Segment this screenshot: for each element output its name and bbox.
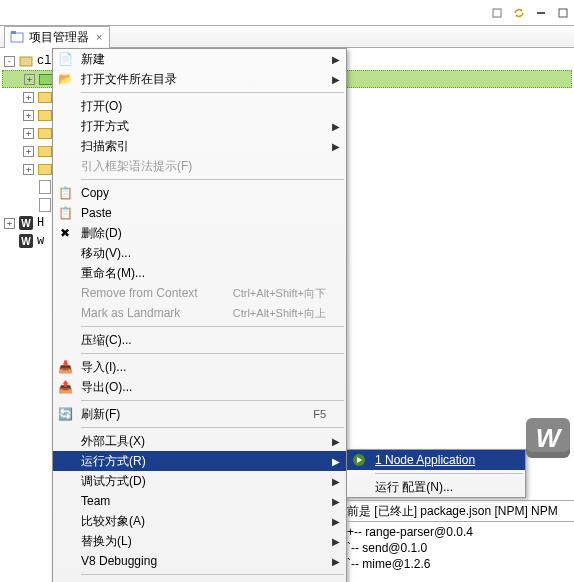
menu-item-refresh[interactable]: 🔄刷新(F)F5 — [53, 404, 346, 424]
folder-icon — [37, 125, 53, 141]
webstorm-logo-icon: W — [526, 418, 570, 458]
explorer-icon — [9, 29, 25, 45]
menu-item-v8-debugging[interactable]: V8 Debugging▶ — [53, 551, 346, 571]
pane-title-label: 项目管理器 — [29, 29, 89, 46]
menu-item-open[interactable]: 打开(O) — [53, 96, 346, 116]
webstorm-icon: W — [18, 233, 34, 249]
menu-separator — [375, 473, 523, 474]
menu-item-copy[interactable]: 📋Copy — [53, 183, 346, 203]
delete-icon: ✖ — [57, 225, 73, 241]
menu-item-run-as[interactable]: 运行方式(R)▶ — [53, 451, 346, 471]
menu-item-move[interactable]: 移动(V)... — [53, 243, 346, 263]
folder-icon — [37, 143, 53, 159]
menu-separator — [81, 400, 344, 401]
svg-rect-2 — [559, 9, 567, 17]
project-icon — [18, 53, 34, 69]
menu-item-team[interactable]: Team▶ — [53, 491, 346, 511]
menu-item-open-folder[interactable]: 📂打开文件所在目录▶ — [53, 69, 346, 89]
pane-tab[interactable]: 项目管理器 × — [4, 26, 110, 48]
pane-title-bar: 项目管理器 × — [0, 26, 574, 48]
expand-icon[interactable]: + — [4, 218, 15, 229]
top-toolbar — [0, 0, 574, 26]
menu-separator — [81, 179, 344, 180]
submenu-arrow-icon: ▶ — [332, 74, 340, 85]
menu-separator — [81, 326, 344, 327]
run-as-submenu: 1 Node Application 运行 配置(N)... — [346, 449, 526, 498]
svg-rect-0 — [493, 9, 501, 17]
console-line: `-- mime@1.2.6 — [347, 556, 574, 572]
submenu-arrow-icon: ▶ — [332, 54, 340, 65]
toolbar-sync-icon[interactable] — [509, 3, 529, 23]
menu-item-delete[interactable]: ✖删除(D) — [53, 223, 346, 243]
folder-icon — [37, 107, 53, 123]
submenu-item-run-config[interactable]: 运行 配置(N)... — [347, 477, 525, 497]
context-menu: 📄新建▶ 📂打开文件所在目录▶ 打开(O) 打开方式▶ 扫描索引▶ 引入框架语法… — [52, 48, 347, 582]
svg-rect-3 — [11, 33, 23, 42]
toolbar-minimize-icon[interactable] — [531, 3, 551, 23]
expand-icon[interactable]: + — [23, 92, 34, 103]
node-run-icon — [351, 452, 367, 468]
import-icon: 📥 — [57, 359, 73, 375]
submenu-arrow-icon: ▶ — [332, 536, 340, 547]
expand-icon[interactable]: + — [23, 146, 34, 157]
submenu-item-node-application[interactable]: 1 Node Application — [347, 450, 525, 470]
expand-icon[interactable]: + — [23, 128, 34, 139]
folder-icon — [37, 161, 53, 177]
menu-item-new[interactable]: 📄新建▶ — [53, 49, 346, 69]
menu-item-import-syntax: 引入框架语法提示(F) — [53, 156, 346, 176]
menu-item-compress[interactable]: 压缩(C)... — [53, 330, 346, 350]
submenu-arrow-icon: ▶ — [332, 141, 340, 152]
menu-separator — [81, 427, 344, 428]
copy-icon: 📋 — [57, 185, 73, 201]
paste-icon: 📋 — [57, 205, 73, 221]
toolbar-button[interactable] — [487, 3, 507, 23]
menu-item-paste[interactable]: 📋Paste — [53, 203, 346, 223]
submenu-node-app-label: 1 Node Application — [375, 453, 475, 467]
menu-item-properties[interactable]: 属性(R)Alt+Enter — [53, 578, 346, 582]
menu-item-export[interactable]: 📤导出(O)... — [53, 377, 346, 397]
menu-item-scan-index[interactable]: 扫描索引▶ — [53, 136, 346, 156]
export-icon: 📤 — [57, 379, 73, 395]
console-header: 前是 [已终止] package.json [NPM] NPM — [347, 503, 574, 519]
menu-item-external-tools[interactable]: 外部工具(X)▶ — [53, 431, 346, 451]
expand-icon[interactable]: + — [24, 74, 35, 85]
submenu-arrow-icon: ▶ — [332, 496, 340, 507]
submenu-arrow-icon: ▶ — [332, 476, 340, 487]
menu-separator — [81, 353, 344, 354]
menu-item-compare-with[interactable]: 比较对象(A)▶ — [53, 511, 346, 531]
new-icon: 📄 — [57, 51, 73, 67]
js-file-icon — [37, 197, 53, 213]
collapse-icon[interactable]: - — [4, 56, 15, 67]
menu-item-import[interactable]: 📥导入(I)... — [53, 357, 346, 377]
folder-icon — [37, 89, 53, 105]
menu-item-rename[interactable]: 重命名(M)... — [53, 263, 346, 283]
svg-rect-5 — [20, 57, 32, 66]
submenu-arrow-icon: ▶ — [332, 516, 340, 527]
toolbar-maximize-icon[interactable] — [553, 3, 573, 23]
menu-item-debug-as[interactable]: 调试方式(D)▶ — [53, 471, 346, 491]
menu-separator — [81, 574, 344, 575]
submenu-arrow-icon: ▶ — [332, 456, 340, 467]
js-file-icon — [37, 179, 53, 195]
expand-icon[interactable]: + — [23, 164, 34, 175]
tab-close-icon[interactable]: × — [93, 31, 105, 43]
menu-item-open-with[interactable]: 打开方式▶ — [53, 116, 346, 136]
menu-item-replace-with[interactable]: 替换为(L)▶ — [53, 531, 346, 551]
console-output: 前是 [已终止] package.json [NPM] NPM +-- rang… — [347, 500, 574, 572]
refresh-icon: 🔄 — [57, 406, 73, 422]
submenu-arrow-icon: ▶ — [332, 121, 340, 132]
console-line: `-- send@0.1.0 — [347, 540, 574, 556]
submenu-arrow-icon: ▶ — [332, 556, 340, 567]
submenu-arrow-icon: ▶ — [332, 436, 340, 447]
svg-rect-4 — [11, 31, 16, 34]
webstorm-icon: W — [18, 215, 34, 231]
tree-label: w — [37, 234, 44, 248]
menu-item-remove-context: Remove from ContextCtrl+Alt+Shift+向下 — [53, 283, 346, 303]
tree-label: H — [37, 216, 44, 230]
menu-item-mark-landmark: Mark as LandmarkCtrl+Alt+Shift+向上 — [53, 303, 346, 323]
console-line: +-- range-parser@0.0.4 — [347, 524, 574, 540]
folder-open-icon: 📂 — [57, 71, 73, 87]
expand-icon[interactable]: + — [23, 110, 34, 121]
menu-separator — [81, 92, 344, 93]
